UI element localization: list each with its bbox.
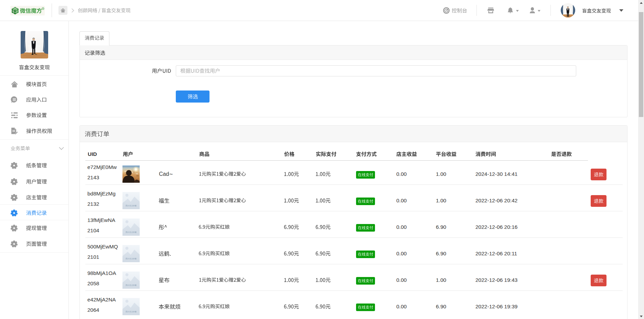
svg-text:R: R	[42, 8, 44, 10]
